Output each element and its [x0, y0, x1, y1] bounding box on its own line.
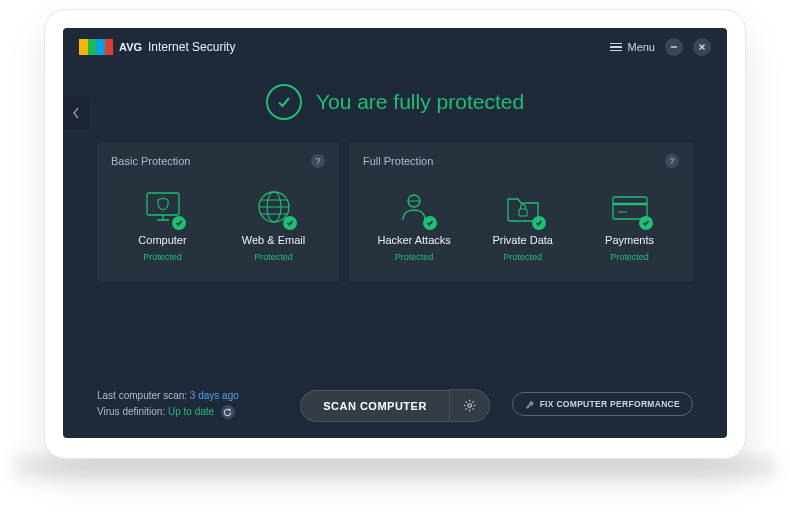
product-name: Internet Security — [148, 40, 235, 54]
status-check-icon — [266, 84, 302, 120]
virus-def-value: Up to date — [168, 406, 214, 417]
last-scan-label: Last computer scan: — [97, 390, 187, 401]
scan-settings-button[interactable] — [449, 389, 490, 422]
credit-card-icon — [609, 186, 651, 228]
panel-title-basic: Basic Protection — [111, 155, 190, 167]
panel-full-protection: Full Protection ? Hacker Attacks Protect… — [349, 142, 693, 282]
svg-line-23 — [472, 408, 473, 409]
chevron-left-icon — [72, 107, 80, 119]
fix-button-label: FIX COMPUTER PERFORMANCE — [540, 399, 680, 409]
tile-status: Protected — [254, 252, 293, 262]
minimize-icon — [670, 43, 678, 51]
avg-logo-icon — [79, 39, 113, 55]
monitor-shield-icon — [142, 186, 184, 228]
svg-line-24 — [465, 408, 466, 409]
tile-name: Hacker Attacks — [377, 234, 450, 246]
virus-def-label: Virus definition: — [97, 406, 165, 417]
hacker-icon — [393, 186, 435, 228]
panel-title-full: Full Protection — [363, 155, 433, 167]
tile-name: Payments — [605, 234, 654, 246]
app-header: AVG Internet Security Menu — [63, 28, 727, 66]
close-icon — [698, 43, 706, 51]
status-headline: You are fully protected — [316, 90, 524, 114]
tile-name: Web & Email — [242, 234, 305, 246]
fix-performance-button[interactable]: FIX COMPUTER PERFORMANCE — [512, 392, 693, 416]
minimize-button[interactable] — [665, 38, 683, 56]
help-button-full[interactable]: ? — [665, 154, 679, 168]
help-button-basic[interactable]: ? — [311, 154, 325, 168]
brand-name: AVG — [119, 41, 142, 53]
tile-status: Protected — [395, 252, 434, 262]
scan-info: Last computer scan: 3 days ago Virus def… — [97, 388, 239, 420]
svg-rect-14 — [613, 197, 647, 219]
tile-computer[interactable]: Computer Protected — [126, 182, 200, 266]
hamburger-icon — [610, 43, 622, 52]
scan-computer-button[interactable]: SCAN COMPUTER — [300, 390, 449, 422]
back-button[interactable] — [63, 96, 89, 130]
status-banner: You are fully protected — [63, 66, 727, 142]
panel-basic-protection: Basic Protection ? Computer Protected — [97, 142, 339, 282]
menu-button[interactable]: Menu — [610, 41, 655, 53]
folder-lock-icon — [502, 186, 544, 228]
tile-status: Protected — [503, 252, 542, 262]
close-button[interactable] — [693, 38, 711, 56]
refresh-icon — [223, 408, 232, 417]
last-scan-value[interactable]: 3 days ago — [190, 390, 239, 401]
tile-status: Protected — [610, 252, 649, 262]
tile-name: Private Data — [492, 234, 553, 246]
svg-rect-13 — [519, 209, 527, 216]
wrench-icon — [525, 399, 535, 409]
tile-web-email[interactable]: Web & Email Protected — [237, 182, 311, 266]
refresh-button[interactable] — [221, 405, 235, 419]
svg-point-17 — [468, 404, 472, 408]
svg-line-25 — [472, 401, 473, 402]
tile-payments[interactable]: Payments Protected — [593, 182, 667, 266]
tile-name: Computer — [138, 234, 186, 246]
tile-status: Protected — [143, 252, 182, 262]
gear-icon — [463, 399, 476, 412]
menu-label: Menu — [627, 41, 655, 53]
globe-icon — [253, 186, 295, 228]
tile-private-data[interactable]: Private Data Protected — [486, 182, 560, 266]
svg-line-22 — [465, 401, 466, 402]
brand: AVG Internet Security — [79, 39, 235, 55]
svg-rect-3 — [147, 193, 179, 215]
tile-hacker-attacks[interactable]: Hacker Attacks Protected — [375, 182, 452, 266]
